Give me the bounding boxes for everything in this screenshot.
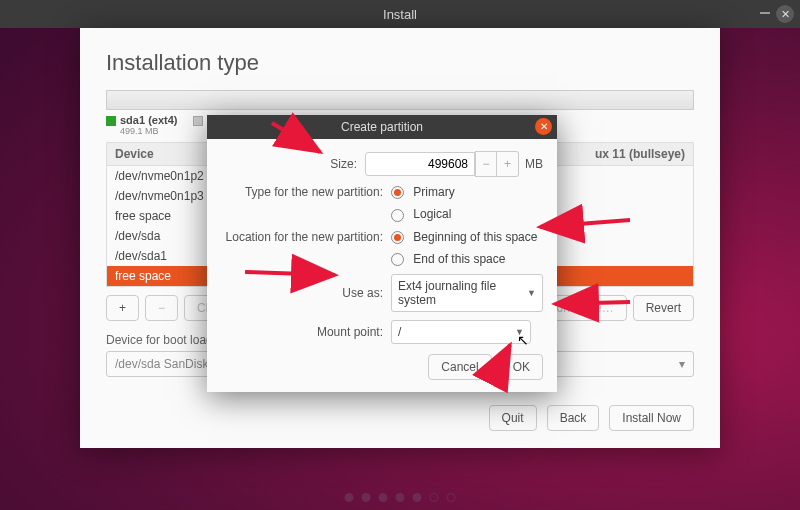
size-label: Size:: [221, 157, 365, 171]
revert-button[interactable]: Revert: [633, 295, 694, 321]
pager: [345, 493, 456, 502]
type-label: Type for the new partition:: [221, 185, 391, 199]
mount-value: /: [398, 325, 401, 339]
partition-strip[interactable]: [106, 90, 694, 110]
pager-dot[interactable]: [379, 493, 388, 502]
radio-primary-label: Primary: [413, 185, 454, 199]
size-decrease-button[interactable]: −: [475, 151, 497, 177]
mount-combo[interactable]: / ▼: [391, 320, 531, 344]
col-trailing: ux 11 (bullseye): [583, 143, 693, 165]
minimize-icon[interactable]: [760, 12, 770, 14]
pager-dot[interactable]: [362, 493, 371, 502]
mount-label: Mount point:: [221, 325, 391, 339]
dialog-titlebar: Create partition ✕: [207, 115, 557, 139]
useas-combo[interactable]: Ext4 journaling file system ▼: [391, 274, 543, 312]
pager-dot[interactable]: [447, 493, 456, 502]
radio-beginning[interactable]: [391, 231, 404, 244]
radio-logical-label: Logical: [413, 207, 451, 221]
quit-button[interactable]: Quit: [489, 405, 537, 431]
size-increase-button[interactable]: +: [497, 151, 519, 177]
legend-swatch-sda1: [106, 116, 116, 126]
back-button[interactable]: Back: [547, 405, 600, 431]
pager-dot[interactable]: [430, 493, 439, 502]
useas-label: Use as:: [221, 286, 391, 300]
ok-button[interactable]: OK: [500, 354, 543, 380]
size-unit: MB: [525, 157, 543, 171]
radio-logical[interactable]: [391, 209, 404, 222]
close-icon[interactable]: ✕: [776, 5, 794, 23]
dialog-close-icon[interactable]: ✕: [535, 118, 552, 135]
window-titlebar: Install ✕: [0, 0, 800, 28]
size-spinner: − + MB: [365, 151, 543, 177]
page-title: Installation type: [106, 50, 694, 76]
remove-button: −: [145, 295, 178, 321]
legend-label-sda1: sda1 (ext4): [120, 114, 177, 126]
dialog-title: Create partition: [341, 120, 423, 134]
pager-dot[interactable]: [413, 493, 422, 502]
radio-end[interactable]: [391, 253, 404, 266]
location-label: Location for the new partition:: [221, 230, 391, 244]
cursor-icon: ↖: [517, 332, 529, 348]
pager-dot[interactable]: [396, 493, 405, 502]
size-input[interactable]: [365, 152, 475, 176]
useas-value: Ext4 journaling file system: [398, 279, 527, 307]
chevron-down-icon: ▾: [679, 357, 685, 371]
chevron-down-icon: ▼: [527, 288, 536, 298]
legend-size-sda1: 499.1 MB: [120, 126, 177, 136]
pager-dot[interactable]: [345, 493, 354, 502]
wizard-actions: Quit Back Install Now: [106, 405, 694, 431]
radio-beginning-label: Beginning of this space: [413, 230, 537, 244]
radio-end-label: End of this space: [413, 252, 505, 266]
install-now-button[interactable]: Install Now: [609, 405, 694, 431]
window-title: Install: [383, 7, 417, 22]
create-partition-dialog: Create partition ✕ Size: − + MB Type for…: [207, 115, 557, 392]
cancel-button[interactable]: Cancel: [428, 354, 491, 380]
radio-primary[interactable]: [391, 186, 404, 199]
legend-swatch-free: [193, 116, 203, 126]
add-button[interactable]: +: [106, 295, 139, 321]
